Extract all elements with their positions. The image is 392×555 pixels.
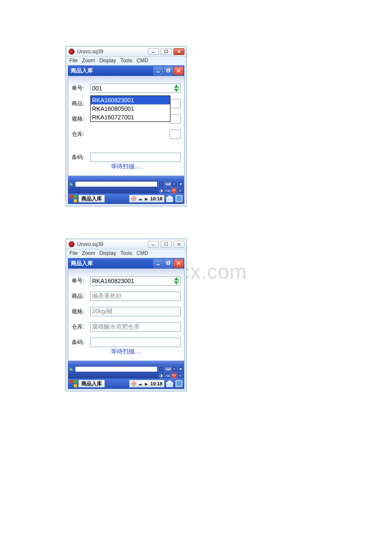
inner-minimize-button[interactable] bbox=[153, 259, 163, 268]
svg-rect-27 bbox=[176, 381, 182, 387]
ime-keyboard-icon[interactable]: ⌨ bbox=[165, 366, 171, 372]
order-no-input[interactable] bbox=[90, 276, 181, 286]
taskbar-app-button[interactable]: 商品入库 bbox=[78, 195, 105, 202]
spin-control[interactable] bbox=[173, 277, 180, 285]
ime-list-icon[interactable]: ≡ bbox=[177, 188, 183, 194]
menu-zoom[interactable]: Zoom bbox=[82, 250, 95, 256]
tray-cloud-icon[interactable]: ☁ bbox=[138, 196, 143, 201]
ime-moon-icon[interactable]: ◑ bbox=[158, 373, 164, 379]
taskbar: 商品入库 ☁ ▶ 10:18 bbox=[68, 379, 184, 389]
ime-input[interactable] bbox=[75, 181, 158, 187]
ime-aa-icon[interactable]: Aa bbox=[164, 373, 170, 379]
inner-close-button[interactable] bbox=[174, 259, 183, 268]
taskbar-app-button[interactable]: 商品入库 bbox=[78, 380, 105, 387]
svg-marker-17 bbox=[174, 277, 179, 280]
tray-arrow-icon[interactable]: ▶ bbox=[144, 381, 149, 386]
show-desktop-button[interactable] bbox=[165, 380, 174, 387]
tray-overflow-icon[interactable] bbox=[175, 195, 183, 202]
svg-rect-20 bbox=[69, 380, 73, 383]
dropdown-option[interactable]: RKA160823001 bbox=[91, 96, 170, 104]
system-tray[interactable]: ☁ ▶ 10:18 bbox=[129, 195, 164, 202]
minimize-button[interactable] bbox=[148, 241, 159, 248]
menu-display[interactable]: Display bbox=[99, 250, 116, 256]
svg-marker-4 bbox=[174, 89, 179, 92]
spin-control[interactable] bbox=[173, 84, 180, 92]
svg-rect-25 bbox=[167, 382, 173, 387]
inner-restore-button[interactable] bbox=[164, 259, 173, 268]
device-screen: 商品入库 单号: bbox=[68, 258, 184, 389]
menu-tools[interactable]: Tools bbox=[120, 58, 132, 64]
spec-input[interactable] bbox=[90, 307, 181, 316]
menu-file[interactable]: File bbox=[69, 58, 78, 64]
menu-tools[interactable]: Tools bbox=[120, 250, 132, 256]
menu-cmd[interactable]: CMD bbox=[136, 58, 148, 64]
dropdown-option[interactable]: RKA160805001 bbox=[91, 104, 170, 113]
inner-title-text: 商品入库 bbox=[71, 67, 93, 75]
label-warehouse: 仓库: bbox=[72, 323, 90, 331]
dropdown-option[interactable]: RKA160727001 bbox=[91, 113, 170, 121]
clock: 10:18 bbox=[150, 196, 162, 201]
inner-minimize-button[interactable] bbox=[153, 66, 163, 75]
inner-close-button[interactable] bbox=[174, 66, 183, 75]
ime-input[interactable] bbox=[75, 366, 158, 372]
close-button[interactable] bbox=[173, 241, 184, 248]
menu-display[interactable]: Display bbox=[99, 58, 116, 64]
app-icon bbox=[69, 241, 75, 247]
tray-cloud-icon[interactable]: ☁ bbox=[138, 381, 143, 386]
system-tray[interactable]: ☁ ▶ 10:18 bbox=[129, 380, 164, 387]
label-barcode: 条码: bbox=[72, 338, 90, 346]
barcode-input[interactable] bbox=[90, 338, 181, 347]
ime-bar: ⋯ ⌨ + ♥ ◑ Aa 中 ≡ bbox=[68, 181, 184, 194]
menu-zoom[interactable]: Zoom bbox=[82, 58, 95, 64]
taskbar: 商品入库 ☁ ▶ 10:18 bbox=[68, 194, 184, 204]
svg-rect-9 bbox=[74, 199, 77, 202]
svg-rect-22 bbox=[69, 384, 73, 387]
ime-zh-icon[interactable]: 中 bbox=[171, 373, 177, 379]
ime-keyboard-icon[interactable]: ⌨ bbox=[165, 181, 171, 187]
ime-moon-icon[interactable]: ◑ bbox=[158, 188, 164, 194]
tray-globe-icon[interactable] bbox=[131, 381, 136, 386]
ime-dots-icon[interactable]: ⋯ bbox=[159, 366, 164, 372]
minimize-button[interactable] bbox=[148, 48, 159, 55]
svg-marker-18 bbox=[174, 281, 179, 285]
form-body: 单号: 商品: 规格: bbox=[68, 76, 184, 176]
ime-zh-icon[interactable]: 中 bbox=[171, 188, 177, 194]
form-body: 单号: 商品: 规格: bbox=[68, 269, 184, 361]
order-no-input[interactable] bbox=[90, 84, 181, 93]
ime-list-icon[interactable]: ≡ bbox=[177, 373, 183, 379]
product-short-input[interactable] bbox=[170, 99, 181, 108]
start-button[interactable] bbox=[69, 380, 78, 387]
tray-arrow-icon[interactable]: ▶ bbox=[144, 196, 149, 201]
product-input[interactable] bbox=[90, 292, 181, 301]
warehouse-input[interactable] bbox=[90, 322, 181, 332]
menu-cmd[interactable]: CMD bbox=[136, 250, 148, 256]
svg-rect-14 bbox=[165, 243, 168, 245]
ime-dots-icon[interactable]: ⋯ bbox=[159, 181, 164, 187]
show-desktop-button[interactable] bbox=[165, 195, 174, 202]
warehouse-short-input[interactable] bbox=[170, 130, 181, 139]
app-icon bbox=[69, 49, 75, 55]
inner-restore-button[interactable] bbox=[164, 66, 173, 75]
svg-marker-26 bbox=[167, 380, 173, 382]
menu-file[interactable]: File bbox=[69, 250, 78, 256]
ime-plus-icon[interactable]: + bbox=[171, 366, 177, 372]
outer-titlebar: Urovo.sq39 bbox=[66, 239, 186, 249]
ime-arrow-icon bbox=[69, 366, 74, 371]
tray-overflow-icon[interactable] bbox=[175, 380, 183, 387]
emulator-window-2: Urovo.sq39 File Zoom Display Tools CMD 商… bbox=[66, 239, 187, 391]
ime-droplet-icon[interactable]: ♥ bbox=[178, 181, 184, 187]
order-dropdown-list[interactable]: RKA160823001 RKA160805001 RKA160727001 bbox=[90, 95, 170, 122]
barcode-input[interactable] bbox=[90, 153, 181, 162]
start-button[interactable] bbox=[69, 195, 78, 202]
ime-aa-icon[interactable]: Aa bbox=[164, 188, 170, 194]
spec-short-input[interactable] bbox=[170, 114, 181, 124]
maximize-button[interactable] bbox=[161, 241, 172, 248]
ime-plus-icon[interactable]: + bbox=[171, 181, 177, 187]
tray-globe-icon[interactable] bbox=[131, 196, 136, 201]
inner-title-text: 商品入库 bbox=[71, 260, 93, 267]
device-screen: 商品入库 单号: bbox=[68, 65, 184, 204]
ime-droplet-icon[interactable]: ♥ bbox=[178, 366, 184, 372]
svg-rect-11 bbox=[167, 197, 173, 202]
close-button[interactable] bbox=[173, 48, 184, 55]
maximize-button[interactable] bbox=[161, 48, 172, 55]
